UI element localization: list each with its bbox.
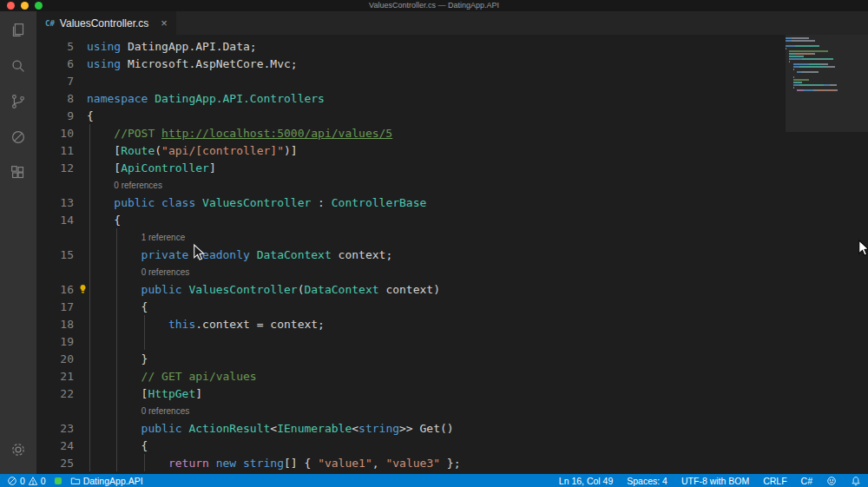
activity-bar: [0, 11, 36, 474]
code-line[interactable]: 9{: [36, 107, 868, 124]
code-text: {: [87, 109, 94, 122]
code-line[interactable]: 22 [HttpGet]: [36, 385, 868, 402]
code-text: public ActionResult<IEnumerable<string>>…: [87, 422, 454, 435]
line-number[interactable]: 10: [36, 127, 74, 140]
code-line[interactable]: 19: [36, 332, 868, 350]
code-line[interactable]: 6using Microsoft.AspNetCore.Mvc;: [36, 55, 868, 72]
tab-close-icon[interactable]: ×: [161, 16, 168, 30]
lightbulb-icon[interactable]: [74, 280, 87, 298]
workspace-folder: DatingApp.API: [70, 476, 143, 486]
code-line[interactable]: 18 this.context = context;: [36, 315, 868, 332]
line-number[interactable]: 24: [36, 439, 74, 452]
codelens-row[interactable]: 1 reference: [36, 228, 868, 246]
line-number[interactable]: 25: [36, 457, 74, 470]
line-number[interactable]: 8: [36, 92, 74, 105]
code-line[interactable]: 25 return new string[] { "value1", "valu…: [36, 454, 868, 471]
code-text: namespace DatingApp.API.Controllers: [87, 92, 325, 105]
encoding-status[interactable]: UTF-8 with BOM: [681, 476, 749, 486]
line-number[interactable]: 23: [36, 422, 74, 435]
line-number[interactable]: 15: [36, 248, 74, 261]
codelens-label[interactable]: 0 references: [87, 406, 189, 416]
code-line[interactable]: 8namespace DatingApp.API.Controllers: [36, 89, 868, 107]
workspace-folder-label: DatingApp.API: [83, 476, 143, 486]
glyph-margin: [74, 454, 87, 471]
codelens-row[interactable]: 0 references: [36, 263, 868, 280]
notifications-bell-icon[interactable]: [851, 476, 861, 486]
indentation-status[interactable]: Spaces: 4: [627, 476, 667, 486]
code-text: private readonly DataContext context;: [87, 248, 392, 261]
glyph-margin: [74, 228, 87, 246]
line-number[interactable]: 17: [36, 300, 74, 313]
line-number[interactable]: 20: [36, 352, 74, 365]
code-line[interactable]: 5using DatingApp.API.Data;: [36, 37, 868, 55]
code-line[interactable]: 7: [36, 72, 868, 89]
code-line[interactable]: 23 public ActionResult<IEnumerable<strin…: [36, 419, 868, 437]
tab-bar: C# ValuesController.cs ×: [36, 11, 868, 35]
zoom-window-button[interactable]: [35, 2, 43, 10]
glyph-margin: [74, 159, 87, 176]
codelens-label[interactable]: 1 reference: [87, 233, 185, 242]
glyph-margin: [74, 211, 87, 228]
line-number[interactable]: 18: [36, 318, 74, 331]
line-number[interactable]: 12: [36, 161, 74, 174]
line-number[interactable]: 6: [36, 57, 74, 70]
code-line[interactable]: 21 // GET api/values: [36, 367, 868, 385]
minimap-slider[interactable]: [786, 35, 868, 132]
editor-content: 5using DatingApp.API.Data;6using Microso…: [36, 35, 868, 474]
code-line[interactable]: 11 [Route("api/[controller]")]: [36, 141, 868, 159]
warning-icon: [28, 476, 38, 486]
minimize-window-button[interactable]: [21, 2, 29, 10]
line-number[interactable]: 21: [36, 370, 74, 383]
glyph-margin: [74, 350, 87, 367]
eol-status[interactable]: CRLF: [763, 476, 786, 486]
line-number[interactable]: 9: [36, 109, 74, 122]
warning-count: 0: [41, 476, 46, 486]
problems-status[interactable]: 0 0: [7, 476, 46, 486]
line-number[interactable]: 5: [36, 40, 74, 53]
codelens-row[interactable]: 0 references: [36, 176, 868, 194]
codelens-row[interactable]: 0 references: [36, 402, 868, 419]
tab-label: ValuesController.cs: [60, 17, 149, 30]
feedback-smiley-icon[interactable]: [826, 476, 837, 486]
close-window-button[interactable]: [7, 2, 15, 10]
tab-valuescontroller[interactable]: C# ValuesController.cs ×: [36, 11, 176, 35]
codelens-label[interactable]: 0 references: [87, 267, 189, 277]
code-line[interactable]: 14 {: [36, 211, 868, 228]
glyph-margin: [74, 72, 87, 89]
glyph-margin: [74, 402, 87, 419]
glyph-margin: [74, 263, 87, 280]
code-line[interactable]: 24 {: [36, 437, 868, 454]
codelens-label[interactable]: 0 references: [87, 181, 162, 190]
code-text: [Route("api/[controller]")]: [87, 144, 298, 157]
line-number[interactable]: 7: [36, 75, 74, 88]
code-line[interactable]: 10 //POST http://localhost:5000/api/valu…: [36, 124, 868, 141]
glyph-margin: [74, 37, 87, 55]
line-number[interactable]: 16: [36, 283, 74, 296]
glyph-margin: [74, 89, 87, 107]
code-line[interactable]: 13 public class ValuesController : Contr…: [36, 194, 868, 211]
line-number[interactable]: 14: [36, 214, 74, 227]
titlebar: ValuesController.cs — DatingApp.API: [0, 0, 868, 11]
explorer-icon[interactable]: [8, 20, 29, 41]
line-number[interactable]: 11: [36, 144, 74, 157]
glyph-margin: [74, 385, 87, 402]
extensions-icon[interactable]: [8, 162, 29, 183]
line-number[interactable]: 13: [36, 196, 74, 209]
cursor-position[interactable]: Ln 16, Col 49: [559, 476, 613, 486]
glyph-margin: [74, 315, 87, 332]
settings-gear-icon[interactable]: [8, 439, 29, 460]
code-line[interactable]: 20 }: [36, 350, 868, 367]
extension-status-icon[interactable]: [55, 477, 62, 484]
code-text: [ApiController]: [87, 161, 216, 174]
code-line[interactable]: 16 public ValuesController(DataContext c…: [36, 280, 868, 298]
line-number[interactable]: 19: [36, 335, 74, 348]
line-number[interactable]: 22: [36, 387, 74, 400]
debug-icon[interactable]: [8, 127, 29, 148]
editor[interactable]: 5using DatingApp.API.Data;6using Microso…: [36, 35, 868, 474]
code-line[interactable]: 15 private readonly DataContext context;: [36, 246, 868, 263]
source-control-icon[interactable]: [8, 91, 29, 112]
language-mode[interactable]: C#: [801, 476, 812, 486]
code-line[interactable]: 12 [ApiController]: [36, 159, 868, 176]
code-line[interactable]: 17 {: [36, 298, 868, 315]
search-icon[interactable]: [8, 56, 29, 76]
